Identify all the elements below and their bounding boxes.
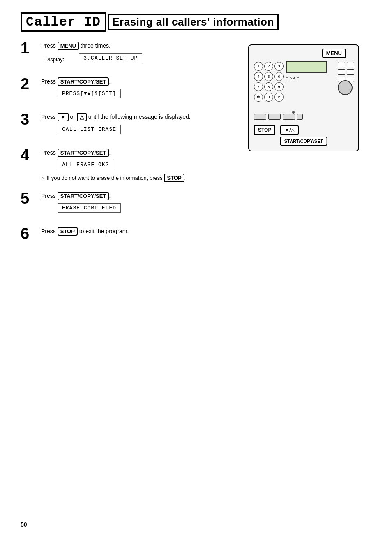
step-5-number: 5: [21, 190, 35, 206]
start-copy-set-key-2: START/COPY/SET: [58, 77, 109, 86]
step-4: 4 Press START/COPY/SET. ALL ERASE OK? If…: [21, 147, 240, 182]
section-title: Erasing all callers' information: [108, 14, 279, 30]
dot-indicators: [286, 77, 299, 79]
step-4-number: 4: [21, 147, 35, 163]
right-btn-2: [347, 62, 354, 67]
bottom-buttons-row: STOP ▼/△: [254, 125, 299, 135]
step-2-text: Press START/COPY/SET.: [41, 78, 240, 86]
bottom-btn-3: [283, 114, 295, 120]
round-knob-diagram: [338, 80, 353, 95]
dot-2: [290, 77, 292, 79]
numpad-6: 6: [274, 72, 284, 81]
page-title: Caller ID: [21, 12, 106, 32]
numpad: 1 2 3 4 5 6 7 8 9 ✱ 0 #: [254, 62, 284, 102]
numpad-4: 4: [254, 72, 263, 81]
step-6: 6 Press STOP to exit the program.: [21, 226, 240, 241]
device-screen-diagram: [286, 61, 327, 73]
numpad-7: 7: [254, 82, 263, 91]
numpad-star: ✱: [254, 93, 263, 102]
step-5: 5 Press START/COPY/SET. ERASE COMPLETED: [21, 190, 240, 218]
right-buttons-diagram: [338, 62, 354, 82]
start-copy-set-button-diagram: START/COPY/SET: [280, 137, 327, 146]
step-1-text: Press MENU three times.: [41, 42, 240, 50]
step-4-text: Press START/COPY/SET.: [41, 149, 240, 157]
stop-key-note: STOP: [164, 174, 184, 182]
nav-button-diagram: ▼/△: [280, 125, 298, 135]
step-3-display-row: CALL LIST ERASE: [45, 125, 240, 137]
right-btn-row-2: [338, 69, 354, 75]
step-5-display-row: ERASE COMPLETED: [45, 203, 240, 215]
diagram-column: MENU 1 2 3 4 5 6 7 8 9 ✱ 0 #: [248, 40, 371, 250]
step-5-display-box: ERASE COMPLETED: [58, 203, 121, 213]
step-4-display-box: ALL ERASE OK?: [58, 160, 113, 169]
step-3-text: Press ▼ or △ until the following message…: [41, 113, 240, 121]
step-1-number: 1: [21, 40, 35, 56]
page-number: 50: [21, 521, 27, 528]
down-key-3: ▼: [58, 113, 69, 121]
dot-4: [297, 77, 299, 79]
step-3-content: Press ▼ or △ until the following message…: [41, 111, 240, 139]
content-area: 1 Press MENU three times. Display: 3.CAL…: [21, 40, 371, 250]
device-diagram: MENU 1 2 3 4 5 6 7 8 9 ✱ 0 #: [248, 44, 359, 151]
step-2-number: 2: [21, 76, 35, 92]
dot-single: [292, 111, 295, 114]
bottom-btn-2: [268, 114, 281, 120]
step-1-content: Press MENU three times. Display: 3.CALLE…: [41, 40, 240, 68]
step-4-content: Press START/COPY/SET. ALL ERASE OK? If y…: [41, 147, 240, 182]
step-3-number: 3: [21, 111, 35, 127]
step-6-content: Press STOP to exit the program.: [41, 226, 240, 239]
small-sq-1: [297, 114, 303, 120]
step-5-text: Press START/COPY/SET.: [41, 192, 240, 200]
right-btn-3: [338, 69, 345, 75]
step-2-content: Press START/COPY/SET. PRESS[▼▲]&[SET]: [41, 76, 240, 104]
numpad-5: 5: [264, 72, 273, 81]
numpad-1: 1: [254, 62, 263, 71]
dot-3: [293, 77, 295, 79]
numpad-3: 3: [274, 62, 284, 71]
bottom-btn-1: [254, 114, 266, 120]
menu-button-diagram: MENU: [322, 49, 346, 58]
right-btn-1: [338, 62, 345, 67]
steps-column: 1 Press MENU three times. Display: 3.CAL…: [21, 40, 240, 250]
step-5-content: Press START/COPY/SET. ERASE COMPLETED: [41, 190, 240, 218]
right-btn-row-1: [338, 62, 354, 67]
step-2: 2 Press START/COPY/SET. PRESS[▼▲]&[SET]: [21, 76, 240, 104]
step-6-number: 6: [21, 226, 35, 241]
step-6-text: Press STOP to exit the program.: [41, 227, 240, 236]
right-btn-4: [347, 69, 354, 75]
numpad-8: 8: [264, 82, 273, 91]
step-4-display-row: ALL ERASE OK?: [45, 160, 240, 172]
stop-key-6: STOP: [58, 227, 78, 236]
step-3-display-box: CALL LIST ERASE: [58, 125, 121, 134]
step-2-display-row: PRESS[▼▲]&[SET]: [45, 89, 240, 101]
start-copy-set-key-4: START/COPY/SET: [58, 149, 109, 157]
step-3: 3 Press ▼ or △ until the following messa…: [21, 111, 240, 139]
numpad-0: 0: [264, 93, 273, 102]
stop-button-diagram: STOP: [254, 125, 275, 135]
numpad-hash: #: [274, 93, 284, 102]
step-1-display-row: Display: 3.CALLER SET UP: [45, 53, 240, 65]
dot-1: [286, 77, 288, 79]
step-2-display-box: PRESS[▼▲]&[SET]: [58, 89, 121, 98]
step-1-display-box: 3.CALLER SET UP: [79, 53, 142, 63]
menu-key-1: MENU: [58, 42, 79, 50]
bottom-row-btns: [254, 114, 303, 120]
step-1: 1 Press MENU three times. Display: 3.CAL…: [21, 40, 240, 68]
up-key-3: △: [77, 113, 87, 121]
step-4-note: If you do not want to erase the informat…: [41, 174, 240, 182]
numpad-9: 9: [274, 82, 284, 91]
step-1-display-label: Display:: [45, 56, 64, 63]
start-copy-set-key-5: START/COPY/SET: [58, 192, 109, 200]
numpad-2: 2: [264, 62, 273, 71]
